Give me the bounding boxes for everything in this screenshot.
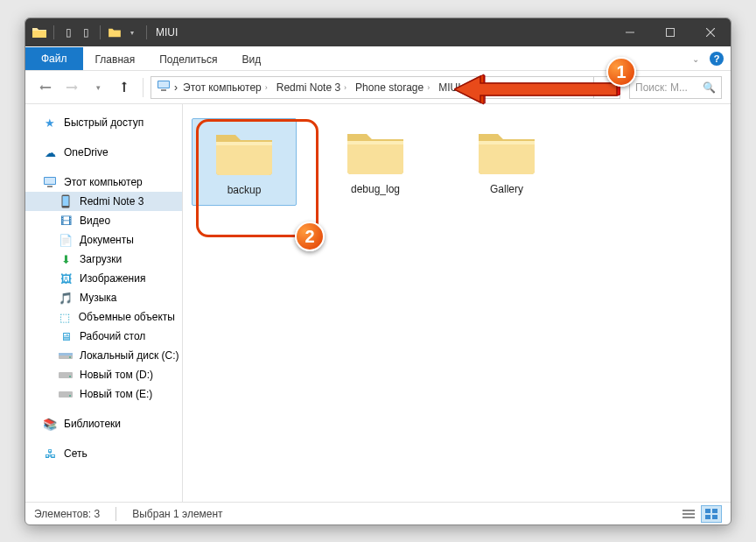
ribbon-tab-file[interactable]: Файл <box>25 47 83 70</box>
folder-debug-log[interactable]: debug_log <box>323 118 428 204</box>
document-icon: 📄 <box>59 233 73 247</box>
drive-icon <box>59 348 73 363</box>
sidebar-item-device[interactable]: Redmi Note 3 <box>25 192 182 211</box>
video-icon: 🎞 <box>59 214 73 228</box>
address-dropdown-icon[interactable]: ⌄ <box>578 77 592 98</box>
minimize-button[interactable] <box>610 18 650 46</box>
svg-point-18 <box>69 395 71 397</box>
status-bar: Элементов: 3 Выбран 1 элемент <box>25 502 731 524</box>
sidebar-item-drive-c[interactable]: Локальный диск (C:) <box>25 346 182 365</box>
recent-locations-button[interactable]: ▾ <box>87 76 109 99</box>
folder-gallery[interactable]: Gallery <box>454 118 559 204</box>
qat-dropdown-icon[interactable]: ▾ <box>125 25 139 40</box>
sidebar-item-music[interactable]: 🎵 Музыка <box>25 288 182 307</box>
svg-rect-23 <box>712 509 718 513</box>
close-button[interactable] <box>690 18 731 46</box>
libraries-icon: 📚 <box>43 417 57 431</box>
explorer-body: ★ Быстрый доступ ☁ OneDrive Этот компьют… <box>25 104 731 502</box>
sidebar-onedrive[interactable]: ☁ OneDrive <box>25 143 182 162</box>
pc-icon <box>43 175 57 189</box>
folder-label: Gallery <box>490 183 523 195</box>
breadcrumb-item[interactable]: Этот компьютер› <box>179 81 271 94</box>
address-bar[interactable]: › Этот компьютер› Redmi Note 3› Phone st… <box>150 76 620 99</box>
folder-backup[interactable]: backup <box>192 118 297 206</box>
window-title: MIUI <box>156 26 178 39</box>
svg-rect-22 <box>705 509 710 513</box>
back-button[interactable]: 🠔 <box>34 76 57 99</box>
annotation-callout-1: 1 <box>606 57 636 87</box>
svg-point-14 <box>69 356 71 358</box>
svg-rect-24 <box>705 515 710 519</box>
sidebar-item-documents[interactable]: 📄 Документы <box>25 230 182 250</box>
breadcrumb-item[interactable]: Redmi Note 3› <box>273 81 350 94</box>
forward-button[interactable]: 🠖 <box>60 76 83 99</box>
sidebar-this-pc[interactable]: Этот компьютер <box>25 172 182 192</box>
search-icon[interactable]: 🔍 <box>703 81 716 94</box>
sidebar-item-3d[interactable]: ⬚ Объемные объекты <box>25 307 182 327</box>
sidebar-item-drive-e[interactable]: Новый том (E:) <box>25 384 182 404</box>
folder-icon <box>32 25 46 40</box>
quick-access-toolbar: ▯ ▯ ▾ <box>25 25 150 40</box>
sidebar-item-downloads[interactable]: ⬇ Загрузки <box>25 250 182 269</box>
breadcrumb-item[interactable]: Phone storage› <box>352 81 433 94</box>
help-icon[interactable]: ? <box>710 52 724 66</box>
annotation-callout-2: 2 <box>295 222 325 251</box>
svg-rect-11 <box>63 196 69 206</box>
view-large-icons-button[interactable] <box>701 505 722 523</box>
content-pane[interactable]: backup debug_log Galle <box>183 104 731 502</box>
star-icon: ★ <box>43 116 57 130</box>
folder-icon <box>475 125 538 176</box>
window-controls <box>610 18 731 46</box>
svg-rect-13 <box>59 353 73 355</box>
qat-item-icon[interactable]: ▯ <box>61 25 75 40</box>
ribbon-tab-share[interactable]: Поделиться <box>147 48 229 70</box>
status-count: Элементов: 3 <box>34 508 100 520</box>
svg-rect-19 <box>682 510 695 511</box>
search-box[interactable]: 🔍 <box>629 76 722 99</box>
chevron-right-icon[interactable]: › <box>174 81 178 94</box>
music-icon: 🎵 <box>59 291 73 305</box>
svg-rect-21 <box>682 517 695 518</box>
svg-rect-8 <box>45 178 55 184</box>
sidebar-item-drive-d[interactable]: Новый том (D:) <box>25 365 182 384</box>
ribbon-tab-home[interactable]: Главная <box>83 48 148 70</box>
maximize-button[interactable] <box>650 18 690 46</box>
svg-rect-17 <box>59 391 73 398</box>
folder-small-icon <box>108 25 122 40</box>
picture-icon: 🖼 <box>59 271 73 285</box>
desktop-icon: 🖥 <box>59 329 73 343</box>
ribbon-tab-view[interactable]: Вид <box>229 48 273 70</box>
svg-rect-25 <box>712 515 718 519</box>
download-icon: ⬇ <box>59 252 73 266</box>
folder-icon <box>213 126 276 177</box>
sidebar-network[interactable]: 🖧 Сеть <box>25 444 182 463</box>
drive-icon <box>59 368 73 382</box>
folder-label: backup <box>228 184 262 196</box>
ribbon-expand-icon[interactable]: ⌄ <box>692 54 699 64</box>
network-icon: 🖧 <box>43 447 57 461</box>
drive-icon <box>59 387 73 401</box>
svg-rect-6 <box>161 89 166 91</box>
qat-item-icon[interactable]: ▯ <box>79 25 93 40</box>
phone-icon <box>59 194 73 208</box>
folder-list: backup debug_log Galle <box>192 118 722 206</box>
folder-label: debug_log <box>351 183 400 195</box>
svg-rect-20 <box>682 513 695 515</box>
view-details-button[interactable] <box>678 505 699 523</box>
up-button[interactable]: 🠕 <box>113 76 136 99</box>
sidebar-item-videos[interactable]: 🎞 Видео <box>25 211 182 230</box>
search-input[interactable] <box>635 81 697 94</box>
sidebar-libraries[interactable]: 📚 Библиотеки <box>25 414 182 433</box>
explorer-window: ▯ ▯ ▾ MIUI Файл Главная Поделиться Вид ⌄… <box>24 18 732 525</box>
svg-rect-5 <box>158 81 169 88</box>
svg-rect-9 <box>47 186 52 187</box>
svg-rect-15 <box>59 372 73 378</box>
breadcrumb-item[interactable]: MIUI› <box>435 81 470 94</box>
sidebar-quick-access[interactable]: ★ Быстрый доступ <box>25 113 182 132</box>
sidebar-item-desktop[interactable]: 🖥 Рабочий стол <box>25 327 182 346</box>
svg-rect-1 <box>667 29 675 37</box>
cloud-icon: ☁ <box>43 145 57 159</box>
folder-icon <box>344 125 407 176</box>
sidebar-item-pictures[interactable]: 🖼 Изображения <box>25 269 182 288</box>
navigation-pane: ★ Быстрый доступ ☁ OneDrive Этот компьют… <box>25 104 183 502</box>
